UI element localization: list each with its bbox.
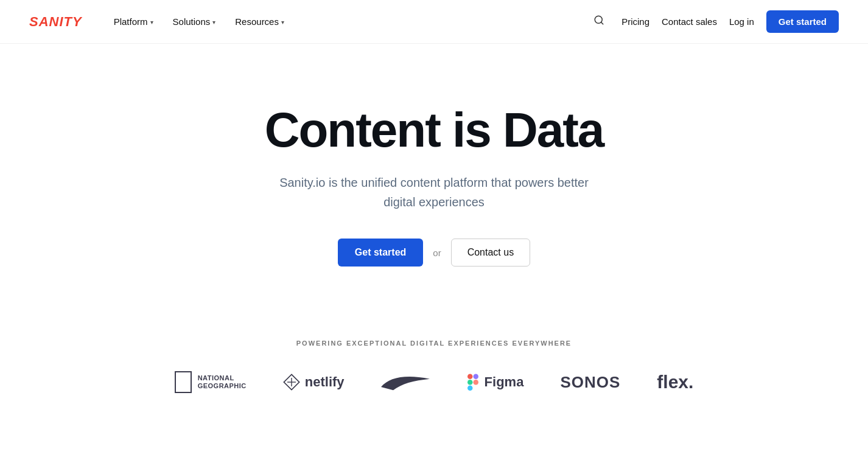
logos-section: POWERING EXCEPTIONAL DIGITAL EXPERIENCES… — [0, 315, 868, 430]
hero-subtitle: Sanity.io is the unified content platfor… — [264, 173, 604, 212]
netlify-wordmark: netlify — [305, 374, 345, 390]
hero-contact-us-button[interactable]: Contact us — [451, 239, 530, 267]
search-button[interactable] — [589, 10, 609, 33]
chevron-down-icon: ▾ — [150, 19, 153, 26]
hero-section: Content is Data Sanity.io is the unified… — [0, 44, 868, 315]
logos-row: NationalGeographic netlify — [175, 371, 694, 393]
nav-pricing-link[interactable]: Pricing — [621, 16, 649, 27]
figma-icon — [466, 374, 480, 391]
nav-login-link[interactable]: Log in — [729, 16, 754, 27]
logos-label: POWERING EXCEPTIONAL DIGITAL EXPERIENCES… — [296, 340, 572, 347]
logo-flex: flex. — [657, 372, 693, 392]
logo-nike — [381, 372, 430, 392]
logo-national-geographic: NationalGeographic — [175, 371, 247, 393]
nike-swoosh-icon — [381, 372, 430, 392]
chevron-down-icon: ▾ — [281, 19, 284, 26]
nav-resources[interactable]: Resources ▾ — [228, 12, 292, 32]
svg-rect-7 — [467, 380, 473, 385]
natgeo-border-icon — [175, 371, 192, 393]
hero-title: Content is Data — [265, 105, 604, 156]
nav-links: Platform ▾ Solutions ▾ Resources ▾ — [107, 12, 589, 32]
logo-figma: Figma — [466, 374, 524, 391]
sonos-wordmark: SONOS — [560, 373, 620, 392]
hero-cta-group: Get started or Contact us — [338, 239, 530, 267]
svg-point-9 — [473, 380, 478, 385]
nav-solutions[interactable]: Solutions ▾ — [166, 12, 223, 32]
figma-wordmark: Figma — [485, 374, 524, 390]
netlify-icon — [283, 374, 300, 391]
hero-or-text: or — [433, 248, 441, 258]
chevron-down-icon: ▾ — [212, 19, 215, 26]
logo-netlify: netlify — [283, 374, 345, 391]
hero-get-started-button[interactable]: Get started — [338, 239, 423, 267]
natgeo-text: NationalGeographic — [198, 374, 247, 390]
navbar: SANITY Platform ▾ Solutions ▾ Resources … — [0, 0, 868, 44]
nav-contact-sales-link[interactable]: Contact sales — [662, 16, 717, 27]
nav-get-started-button[interactable]: Get started — [766, 10, 839, 33]
svg-rect-8 — [467, 386, 473, 391]
brand-logo[interactable]: SANITY — [29, 14, 82, 30]
svg-rect-6 — [473, 374, 478, 380]
svg-rect-5 — [467, 374, 473, 380]
search-icon — [593, 15, 604, 26]
logo-sonos: SONOS — [560, 373, 620, 392]
nav-right: Pricing Contact sales Log in Get started — [589, 10, 839, 33]
svg-line-1 — [601, 22, 603, 24]
nav-platform[interactable]: Platform ▾ — [107, 12, 161, 32]
flex-wordmark: flex. — [657, 372, 693, 392]
